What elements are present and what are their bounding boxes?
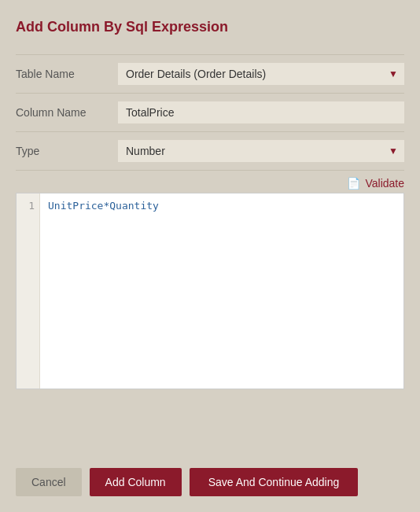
- save-continue-button[interactable]: Save And Continue Adding: [190, 468, 359, 496]
- column-name-row: Column Name: [16, 94, 404, 132]
- type-select-wrapper: Number Text Date Boolean ▼: [118, 140, 404, 162]
- type-control: Number Text Date Boolean ▼: [118, 140, 404, 162]
- column-name-control: [118, 101, 404, 123]
- line-numbers: 1: [17, 193, 40, 389]
- type-row: Type Number Text Date Boolean ▼: [16, 132, 404, 171]
- code-editor: 1: [16, 193, 404, 389]
- type-label: Type: [16, 145, 118, 157]
- validate-button[interactable]: Validate: [365, 177, 404, 190]
- sql-expression-input[interactable]: [40, 193, 403, 389]
- page-title: Add Column By Sql Expression: [16, 19, 404, 35]
- table-name-select-wrapper: Order Details (Order Details) ▼: [118, 63, 404, 85]
- form-section: Table Name Order Details (Order Details)…: [16, 54, 404, 171]
- table-name-label: Table Name: [16, 68, 118, 80]
- add-column-button[interactable]: Add Column: [90, 468, 182, 496]
- validate-doc-icon: 📄: [347, 177, 360, 190]
- button-row: Cancel Add Column Save And Continue Addi…: [16, 455, 404, 496]
- table-name-control: Order Details (Order Details) ▼: [118, 63, 404, 85]
- column-name-input[interactable]: [118, 101, 404, 123]
- column-name-label: Column Name: [16, 106, 118, 119]
- cancel-button[interactable]: Cancel: [16, 468, 82, 496]
- type-select[interactable]: Number Text Date Boolean: [118, 140, 404, 162]
- table-name-select[interactable]: Order Details (Order Details): [118, 63, 404, 85]
- line-number-1: 1: [21, 200, 35, 212]
- validate-row: 📄 Validate: [16, 171, 404, 193]
- table-name-row: Table Name Order Details (Order Details)…: [16, 54, 404, 94]
